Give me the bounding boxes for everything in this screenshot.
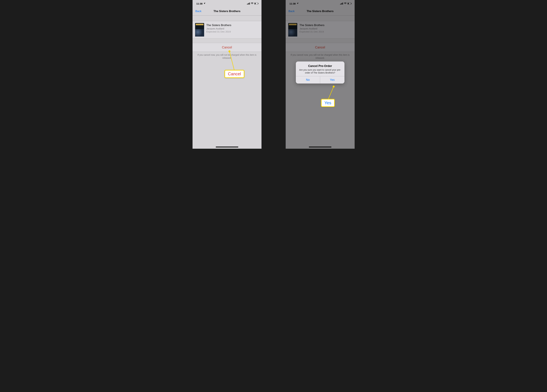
movie-poster-thumbnail — [195, 23, 204, 37]
svg-rect-2 — [249, 3, 249, 5]
cancel-button[interactable]: Cancel — [192, 43, 261, 52]
back-button[interactable]: Back — [195, 10, 202, 13]
status-time: 11:38 — [196, 2, 203, 5]
status-left: 11:38 — [196, 2, 205, 5]
alert-head: Cancel Pre-Order Are you sure you want t… — [296, 61, 344, 76]
item-expected-date: Expected 31 Dec 2019 — [206, 30, 231, 33]
phone-screen-2: 11:38 Back The Sisters Brothers — [286, 0, 355, 149]
status-bar: 11:38 — [192, 0, 261, 7]
battery-icon — [254, 2, 259, 5]
cellular-icon — [247, 2, 250, 5]
location-icon — [204, 2, 205, 5]
svg-rect-0 — [247, 4, 247, 5]
preorder-item-row[interactable]: The Sisters Brothers Jacques Audiard Exp… — [192, 21, 261, 39]
alert-buttons: No Yes — [296, 76, 344, 84]
svg-rect-5 — [255, 3, 256, 4]
alert-message: Are you sure you want to cancel your pre… — [299, 68, 342, 74]
alert-no-button[interactable]: No — [296, 76, 320, 84]
alert-yes-label: Yes — [330, 78, 335, 81]
callout-cancel: Cancel — [225, 70, 245, 78]
item-texts: The Sisters Brothers Jacques Audiard Exp… — [206, 23, 231, 33]
cancel-helper-text: If you cancel now, you will not be charg… — [192, 52, 261, 61]
status-right — [247, 2, 259, 5]
alert-yes-button[interactable]: Yes — [320, 76, 344, 84]
svg-rect-3 — [249, 3, 250, 5]
section-gap — [192, 39, 261, 43]
section-gap — [192, 16, 261, 21]
item-author: Jacques Audiard — [206, 27, 231, 30]
alert-no-label: No — [306, 78, 310, 81]
callout-yes-label: Yes — [324, 100, 331, 105]
alert-title: Cancel Pre-Order — [299, 64, 342, 68]
wifi-icon — [251, 2, 253, 5]
svg-rect-1 — [248, 3, 248, 5]
page-title: The Sisters Brothers — [213, 10, 240, 13]
item-title: The Sisters Brothers — [206, 24, 231, 27]
cancel-preorder-alert: Cancel Pre-Order Are you sure you want t… — [296, 61, 344, 84]
nav-bar: Back The Sisters Brothers — [192, 7, 261, 16]
home-indicator[interactable] — [216, 146, 238, 147]
callout-cancel-label: Cancel — [228, 72, 241, 76]
tutorial-stage: 11:38 Back The Sisters Brothers — [170, 0, 377, 149]
svg-rect-6 — [258, 3, 259, 4]
callout-yes: Yes — [321, 99, 335, 107]
cancel-button-label: Cancel — [222, 46, 232, 49]
phone-screen-1: 11:38 Back The Sisters Brothers — [192, 0, 261, 149]
